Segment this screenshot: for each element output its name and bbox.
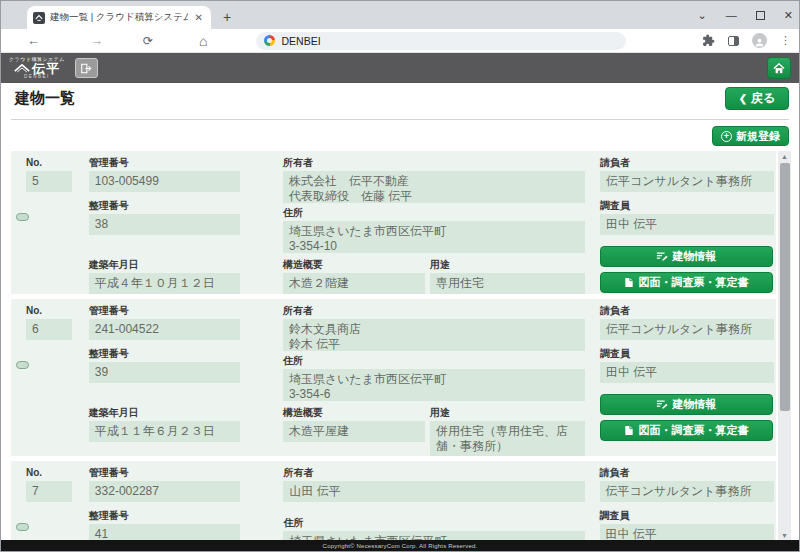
building-info-button[interactable]: 建物情報 <box>600 394 773 415</box>
record-handle-icon[interactable] <box>16 213 29 221</box>
minimize-button[interactable]: — <box>726 9 737 21</box>
tab-title: 建物一覧 | クラウド積算システム 伝 <box>50 11 188 24</box>
browser-home-icon[interactable]: ⌂ <box>199 34 207 48</box>
structure-field: 木造平屋建 <box>283 421 425 442</box>
kanri-field: 103-005499 <box>89 171 240 192</box>
browser-menu-icon[interactable]: ⋮ <box>780 34 791 47</box>
browser-window: 建物一覧 | クラウド積算システム 伝 ✕ + ⌄ — ✕ ← → ⟳ ⌂ DE… <box>0 0 800 552</box>
page-footer: Copyright© NecessaryCom Corp. All Rights… <box>1 540 799 551</box>
logo-subtitle: DENBEI <box>24 75 50 80</box>
usage-label: 用途 <box>430 260 585 270</box>
home-icon <box>773 63 785 74</box>
address-label: 住所 <box>283 208 585 218</box>
app-header: クラウド積算システム 伝平 DENBEI <box>1 53 799 83</box>
page-title: 建物一覧 <box>15 89 75 108</box>
no-field: 6 <box>26 319 72 340</box>
app-home-button[interactable] <box>767 57 791 79</box>
usage-field: 専用住宅 <box>430 273 585 294</box>
list-edit-icon <box>656 399 668 410</box>
site-favicon-icon <box>33 12 45 24</box>
app-logo: クラウド積算システム 伝平 DENBEI <box>9 57 65 80</box>
contractor-field: 伝平コンサルタント事務所 <box>600 171 774 192</box>
address-label: 住所 <box>283 356 585 366</box>
owner-label: 所有者 <box>283 306 585 316</box>
document-icon <box>624 277 634 288</box>
browser-toolbar: ← → ⟳ ⌂ DENBEI ⋮ <box>1 29 799 53</box>
kanri-field: 332-002287 <box>89 481 241 502</box>
side-panel-icon[interactable] <box>728 36 739 46</box>
contractor-label: 請負者 <box>600 158 774 168</box>
seiri-label: 整理番号 <box>89 201 240 211</box>
structure-label: 構造概要 <box>283 260 425 270</box>
seiri-field: 38 <box>89 214 240 235</box>
new-registration-button[interactable]: + 新規登録 <box>712 126 789 146</box>
tab-search-chevron-icon[interactable]: ⌄ <box>698 9 707 22</box>
address-field: 埼玉県さいたま市西区伝平町 3-354-10 <box>283 221 585 253</box>
address-label: 住所 <box>283 518 584 528</box>
usage-label: 用途 <box>430 408 585 418</box>
roof-icon <box>14 63 30 73</box>
close-window-button[interactable]: ✕ <box>784 9 793 22</box>
investigator-field: 田中 伝平 <box>600 524 774 541</box>
building-record: No. 6 管理番号 241-004522 整理番号 39 建築年月日 平成１１… <box>11 299 776 456</box>
building-record: No. 7 管理番号 332-002287 整理番号 41 所有者 <box>11 461 776 541</box>
investigator-field: 田中 伝平 <box>600 214 774 235</box>
seiri-label: 整理番号 <box>89 349 240 359</box>
built-date-label: 建築年月日 <box>89 260 240 270</box>
structure-field: 木造２階建 <box>283 273 425 294</box>
profile-avatar[interactable] <box>752 33 767 48</box>
building-list: No. 5 管理番号 103-005499 整理番号 38 建築年月日 平成４年… <box>11 151 776 541</box>
chevron-left-icon: ❮ <box>739 93 747 104</box>
logo-title: 伝平 <box>32 62 60 75</box>
address-bar[interactable]: DENBEI <box>256 32 626 50</box>
structure-label: 構造概要 <box>283 408 425 418</box>
address-field: 埼玉県さいたま市西区伝平町 3-354-6 <box>283 369 585 401</box>
page-body: 建物一覧 ❮ 戻る + 新規登録 No. 5 管理番号 103-005499 <box>1 83 799 540</box>
back-button[interactable]: ❮ 戻る <box>725 87 789 110</box>
list-edit-icon <box>656 251 668 262</box>
investigator-label: 調査員 <box>600 349 774 359</box>
list-scrollbar[interactable]: ▲ ▼ <box>778 151 791 541</box>
no-label: No. <box>26 468 72 478</box>
maximize-button[interactable] <box>756 11 765 20</box>
logout-button[interactable] <box>75 58 98 78</box>
owner-field: 鈴木文具商店 鈴木 伝平 <box>283 319 585 351</box>
documents-button[interactable]: 図面・調査票・算定書 <box>600 420 773 441</box>
tab-strip: 建物一覧 | クラウド積算システム 伝 ✕ + ⌄ — ✕ <box>1 1 799 29</box>
contractor-field: 伝平コンサルタント事務所 <box>600 481 774 502</box>
divider <box>11 119 789 120</box>
built-date-field: 平成１１年６月２３日 <box>89 421 240 442</box>
built-date-field: 平成４年１０月１２日 <box>89 273 240 294</box>
browser-tab[interactable]: 建物一覧 | クラウド積算システム 伝 ✕ <box>27 6 211 29</box>
contractor-field: 伝平コンサルタント事務所 <box>600 319 774 340</box>
investigator-label: 調査員 <box>600 201 774 211</box>
seiri-label: 整理番号 <box>89 511 241 521</box>
no-field: 7 <box>26 481 72 502</box>
back-icon[interactable]: ← <box>27 34 40 47</box>
record-handle-icon[interactable] <box>16 361 29 369</box>
building-info-button[interactable]: 建物情報 <box>600 246 773 267</box>
contractor-label: 請負者 <box>600 306 774 316</box>
document-icon <box>624 425 634 436</box>
reload-icon[interactable]: ⟳ <box>143 35 153 47</box>
no-label: No. <box>26 306 72 316</box>
new-tab-button[interactable]: + <box>223 8 231 26</box>
scrollbar-thumb[interactable] <box>780 163 790 411</box>
built-date-label: 建築年月日 <box>89 408 240 418</box>
seiri-field: 39 <box>89 362 240 383</box>
no-label: No. <box>26 158 72 168</box>
owner-label: 所有者 <box>283 158 585 168</box>
tab-close-icon[interactable]: ✕ <box>193 12 205 23</box>
copyright-text: Copyright© NecessaryCom Corp. All Rights… <box>323 543 478 549</box>
owner-field: 山田 伝平 <box>283 481 584 502</box>
address-text: DENBEI <box>282 35 321 47</box>
extensions-icon[interactable] <box>702 34 715 47</box>
record-handle-icon[interactable] <box>16 523 29 531</box>
contractor-label: 請負者 <box>600 468 774 478</box>
scroll-up-icon[interactable]: ▲ <box>778 151 791 162</box>
forward-icon[interactable]: → <box>90 34 103 47</box>
seiri-field: 41 <box>89 524 241 541</box>
plus-circle-icon: + <box>721 131 732 142</box>
owner-field: 株式会社 伝平不動産 代表取締役 佐藤 伝平 <box>283 171 585 203</box>
documents-button[interactable]: 図面・調査票・算定書 <box>600 272 773 293</box>
